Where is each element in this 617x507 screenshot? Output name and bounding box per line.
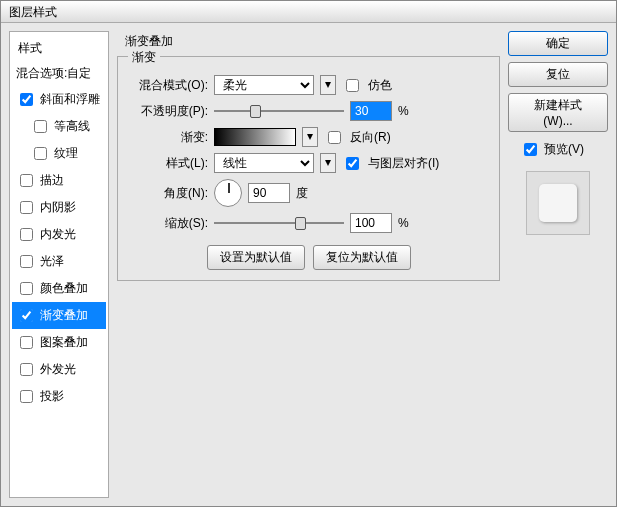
sidebar-checkbox-6[interactable] <box>20 255 33 268</box>
preview-swatch <box>539 184 577 222</box>
gradient-label: 渐变: <box>128 129 208 146</box>
opacity-input[interactable] <box>350 101 392 121</box>
new-style-button[interactable]: 新建样式(W)... <box>508 93 608 132</box>
style-select[interactable]: 线性 <box>214 153 314 173</box>
opacity-label: 不透明度(P): <box>128 103 208 120</box>
sidebar-label-7: 颜色叠加 <box>40 280 88 297</box>
sidebar-label-11: 投影 <box>40 388 64 405</box>
reset-default-button[interactable]: 复位为默认值 <box>313 245 411 270</box>
sidebar-item-6[interactable]: 光泽 <box>12 248 106 275</box>
sidebar-label-5: 内发光 <box>40 226 76 243</box>
sidebar-checkbox-0[interactable] <box>20 93 33 106</box>
blend-mode-dropdown[interactable]: ▾ <box>320 75 336 95</box>
blend-mode-select[interactable]: 柔光 <box>214 75 314 95</box>
reverse-label: 反向(R) <box>350 129 391 146</box>
sidebar-item-5[interactable]: 内发光 <box>12 221 106 248</box>
sidebar-checkbox-9[interactable] <box>20 336 33 349</box>
blend-mode-label: 混合模式(O): <box>128 77 208 94</box>
sidebar-label-10: 外发光 <box>40 361 76 378</box>
sidebar-label-8: 渐变叠加 <box>40 307 88 324</box>
styles-sidebar: 样式 混合选项:自定 斜面和浮雕等高线纹理描边内阴影内发光光泽颜色叠加渐变叠加图… <box>9 31 109 498</box>
align-checkbox[interactable] <box>346 157 359 170</box>
sidebar-item-11[interactable]: 投影 <box>12 383 106 410</box>
sidebar-item-4[interactable]: 内阴影 <box>12 194 106 221</box>
scale-slider[interactable] <box>214 214 344 232</box>
gradient-group: 渐变 混合模式(O): 柔光 ▾ 仿色 不透明度(P): % <box>117 56 500 281</box>
opacity-pct: % <box>398 104 418 118</box>
cancel-button[interactable]: 复位 <box>508 62 608 87</box>
sidebar-checkbox-10[interactable] <box>20 363 33 376</box>
sidebar-item-9[interactable]: 图案叠加 <box>12 329 106 356</box>
gradient-swatch[interactable] <box>214 128 296 146</box>
sidebar-checkbox-11[interactable] <box>20 390 33 403</box>
main-panel: 渐变叠加 渐变 混合模式(O): 柔光 ▾ 仿色 不透明度(P): % <box>117 31 500 498</box>
window-title: 图层样式 <box>9 5 57 19</box>
angle-unit: 度 <box>296 185 308 202</box>
sidebar-label-3: 描边 <box>40 172 64 189</box>
titlebar[interactable]: 图层样式 <box>1 1 616 23</box>
sidebar-label-9: 图案叠加 <box>40 334 88 351</box>
dither-checkbox[interactable] <box>346 79 359 92</box>
sidebar-item-3[interactable]: 描边 <box>12 167 106 194</box>
style-label: 样式(L): <box>128 155 208 172</box>
sidebar-label-0: 斜面和浮雕 <box>40 91 100 108</box>
sidebar-checkbox-2[interactable] <box>34 147 47 160</box>
scale-pct: % <box>398 216 418 230</box>
angle-input[interactable] <box>248 183 290 203</box>
sidebar-item-8[interactable]: 渐变叠加 <box>12 302 106 329</box>
sidebar-item-1[interactable]: 等高线 <box>12 113 106 140</box>
gradient-dropdown[interactable]: ▾ <box>302 127 318 147</box>
angle-dial[interactable] <box>214 179 242 207</box>
sidebar-checkbox-3[interactable] <box>20 174 33 187</box>
sidebar-label-2: 纹理 <box>54 145 78 162</box>
preview-label: 预览(V) <box>544 141 584 158</box>
dither-label: 仿色 <box>368 77 392 94</box>
blend-options-label: 混合选项:自定 <box>16 65 91 82</box>
align-label: 与图层对齐(I) <box>368 155 439 172</box>
sidebar-label-4: 内阴影 <box>40 199 76 216</box>
sidebar-item-7[interactable]: 颜色叠加 <box>12 275 106 302</box>
scale-label: 缩放(S): <box>128 215 208 232</box>
sidebar-title: 样式 <box>12 36 106 61</box>
angle-label: 角度(N): <box>128 185 208 202</box>
preview-checkbox[interactable] <box>524 143 537 156</box>
sidebar-checkbox-1[interactable] <box>34 120 47 133</box>
preview-box <box>526 171 590 235</box>
opacity-slider[interactable] <box>214 102 344 120</box>
ok-button[interactable]: 确定 <box>508 31 608 56</box>
sidebar-label-1: 等高线 <box>54 118 90 135</box>
sidebar-checkbox-8[interactable] <box>20 309 33 322</box>
sidebar-label-6: 光泽 <box>40 253 64 270</box>
set-default-button[interactable]: 设置为默认值 <box>207 245 305 270</box>
group-legend: 渐变 <box>128 49 160 66</box>
sidebar-item-0[interactable]: 斜面和浮雕 <box>12 86 106 113</box>
sidebar-checkbox-5[interactable] <box>20 228 33 241</box>
sidebar-item-10[interactable]: 外发光 <box>12 356 106 383</box>
blend-options-item[interactable]: 混合选项:自定 <box>12 61 106 86</box>
scale-input[interactable] <box>350 213 392 233</box>
sidebar-checkbox-7[interactable] <box>20 282 33 295</box>
sidebar-checkbox-4[interactable] <box>20 201 33 214</box>
style-dropdown[interactable]: ▾ <box>320 153 336 173</box>
sidebar-item-2[interactable]: 纹理 <box>12 140 106 167</box>
layer-style-dialog: 图层样式 样式 混合选项:自定 斜面和浮雕等高线纹理描边内阴影内发光光泽颜色叠加… <box>0 0 617 507</box>
panel-title: 渐变叠加 <box>117 31 500 56</box>
right-pane: 确定 复位 新建样式(W)... 预览(V) <box>508 31 608 498</box>
reverse-checkbox[interactable] <box>328 131 341 144</box>
